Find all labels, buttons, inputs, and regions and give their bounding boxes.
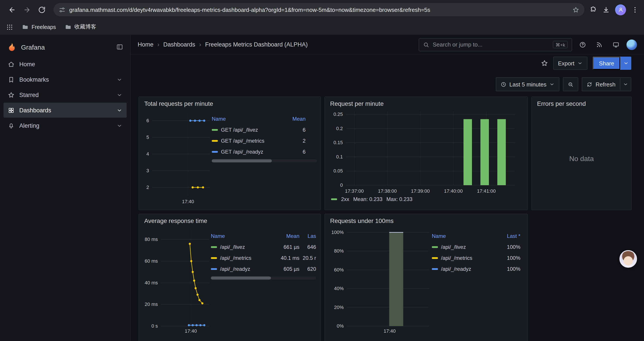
legend-col-header[interactable]: Mean (273, 233, 300, 239)
share-dropdown-button[interactable] (620, 57, 631, 70)
refresh-interval-button[interactable] (620, 77, 631, 91)
assistant-avatar[interactable] (620, 250, 637, 268)
sidebar-item-starred[interactable]: Starred (4, 87, 127, 102)
sidebar: Grafana Home Bookmarks Starred (0, 35, 131, 341)
sidebar-nav: Home Bookmarks Starred Dashboards (4, 57, 127, 133)
sidebar-item-home[interactable]: Home (4, 57, 127, 72)
series-name: GET /api/_/readyz (221, 149, 263, 155)
requests-under-100ms-chart[interactable]: 0%20%40%60%80%100%17:40 (328, 225, 432, 335)
panel-title[interactable]: Errors per second (532, 97, 631, 108)
legend-col-header[interactable]: Name (212, 116, 286, 122)
svg-text:60%: 60% (334, 267, 344, 272)
site-settings-icon[interactable] (59, 6, 65, 13)
breadcrumb-home[interactable]: Home (138, 41, 154, 48)
panel-title[interactable]: Average response time (139, 214, 320, 225)
refresh-button[interactable]: Refresh (582, 77, 620, 91)
bookmarks-bar: Freeleaps 收藏博客 (0, 19, 644, 35)
sidebar-item-alerting[interactable]: Alerting (4, 118, 127, 133)
svg-text:17:40: 17:40 (182, 199, 194, 204)
help-button[interactable] (576, 38, 589, 51)
bookmark-item-blogs[interactable]: 收藏博客 (65, 23, 96, 31)
sidebar-item-dashboards[interactable]: Dashboards (4, 103, 127, 118)
export-label: Export (558, 60, 574, 67)
folder-icon (22, 24, 28, 30)
reload-button[interactable] (35, 3, 48, 16)
profile-avatar[interactable] (615, 4, 626, 15)
legend-row[interactable]: GET /api/_/livez6 (212, 124, 306, 135)
legend-header: NameMeanLas (211, 230, 316, 241)
user-avatar[interactable] (626, 39, 637, 50)
svg-text:0.05: 0.05 (334, 168, 343, 174)
legend-row[interactable]: GET /api/_/readyz6 (212, 146, 306, 157)
search-input[interactable] (433, 41, 549, 48)
breadcrumb-dashboards[interactable]: Dashboards (163, 41, 195, 48)
sidebar-item-bookmarks[interactable]: Bookmarks (4, 72, 127, 87)
shortcut-badge: ⌘+k (553, 41, 568, 48)
panel-title[interactable]: Requests under 100ms (325, 214, 528, 225)
refresh-icon (587, 81, 592, 87)
legend-row[interactable]: GET /api/_/metrics2 (212, 135, 306, 146)
legend-row[interactable]: /api/_/livez100% (432, 241, 520, 252)
menu-kebab-icon[interactable] (631, 6, 639, 14)
grafana-logo[interactable] (7, 42, 17, 52)
legend-inline[interactable]: 2xx Mean: 0.233 Max: 0.233 (328, 195, 524, 206)
search-box[interactable]: ⌘+k (419, 38, 572, 51)
legend-row[interactable]: /api/_/metrics40.1 ms20.5 r (211, 252, 316, 263)
legend-col-header[interactable]: Last * (498, 233, 520, 239)
scrollbar-thumb[interactable] (212, 159, 272, 162)
dock-menu-icon[interactable] (116, 44, 123, 51)
legend-col-header[interactable]: Mean (286, 116, 306, 122)
bookmark-icon (8, 76, 14, 83)
grafana-app: Grafana Home Bookmarks Starred (0, 35, 644, 341)
apps-grid-icon[interactable] (6, 24, 13, 31)
refresh-label: Refresh (596, 81, 616, 88)
legend-row[interactable]: /api/_/metrics100% (432, 252, 520, 263)
series-value: 100% (498, 255, 520, 261)
back-button[interactable] (5, 3, 18, 16)
chevron-down-icon[interactable] (116, 92, 122, 98)
url-bar[interactable]: grafana.mathmast.com/d/deytv4rwavabkb/fr… (54, 3, 584, 16)
svg-text:40 ms: 40 ms (145, 280, 158, 285)
legend-col-header[interactable]: Name (211, 233, 273, 239)
time-range-button[interactable]: Last 5 minutes (496, 77, 560, 91)
chevron-down-icon[interactable] (116, 77, 122, 82)
legend-scrollbar[interactable] (212, 159, 317, 162)
svg-text:17:40: 17:40 (384, 328, 396, 334)
legend-col-header[interactable]: Name (432, 233, 498, 239)
legend-row[interactable]: /api/_/livez661 µs646 (211, 241, 316, 252)
extensions-icon[interactable] (590, 6, 597, 14)
panel-title[interactable]: Total requests per minute (139, 97, 320, 108)
home-icon (8, 61, 14, 67)
news-button[interactable] (593, 38, 606, 51)
bookmark-item-freeleaps[interactable]: Freeleaps (22, 24, 56, 30)
time-range-label: Last 5 minutes (510, 81, 546, 88)
legend-col-header[interactable]: Las (300, 233, 316, 239)
sidebar-item-label: Dashboards (19, 107, 51, 113)
sidebar-item-label: Starred (19, 92, 39, 98)
chevron-down-icon[interactable] (116, 123, 122, 128)
brand-text[interactable]: Grafana (21, 43, 112, 51)
bookmark-star-icon[interactable] (572, 6, 579, 13)
legend-row[interactable]: /api/_/readyz605 µs620 (211, 263, 316, 274)
chevron-down-icon[interactable] (116, 107, 122, 113)
total-requests-chart[interactable]: 2345617:40 (142, 108, 212, 205)
legend-column: NameMeanLas/api/_/livez661 µs646/api/_/m… (211, 225, 316, 341)
panel-title[interactable]: Request per minute (325, 97, 528, 108)
series-color-swatch (432, 268, 438, 270)
export-button[interactable]: Export (553, 57, 588, 70)
zoom-out-button[interactable] (563, 77, 578, 91)
display-button[interactable] (610, 38, 622, 51)
svg-text:0 s: 0 s (152, 323, 158, 329)
request-per-minute-chart[interactable]: 00.050.10.150.20.2517:37:0017:38:0017:39… (328, 108, 518, 195)
average-response-time-chart[interactable]: 0 s20 ms40 ms60 ms80 ms17:40 (142, 225, 211, 335)
legend-header: NameLast * (432, 230, 520, 241)
scrollbar-thumb[interactable] (211, 276, 271, 279)
legend-scrollbar[interactable] (211, 276, 316, 279)
legend-row[interactable]: /api/_/readyz100% (432, 263, 520, 274)
share-button[interactable]: Share (593, 57, 620, 70)
download-icon[interactable] (602, 6, 610, 14)
sidebar-item-label: Home (19, 61, 35, 67)
svg-text:4: 4 (146, 151, 149, 157)
favorite-button[interactable] (541, 60, 548, 67)
forward-button[interactable] (20, 3, 33, 16)
